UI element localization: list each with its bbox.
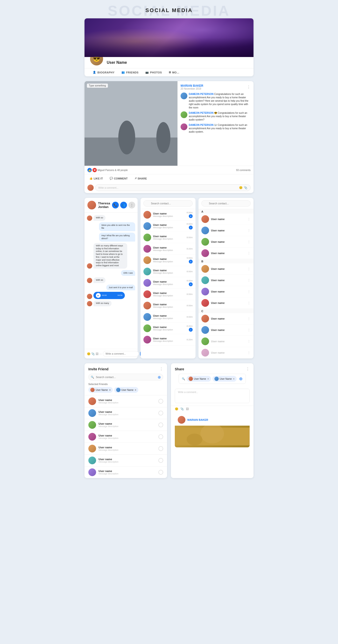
contact-options-a2[interactable]: ⋮ xyxy=(247,228,251,232)
search-input-2[interactable] xyxy=(201,200,251,206)
invite-search-bar: 🔍 ⊕ xyxy=(84,374,167,383)
invite-check-7[interactable] xyxy=(158,470,163,475)
share-attachment-icon[interactable]: 📎 xyxy=(180,407,184,411)
contact-options-a1[interactable]: ⋮ xyxy=(247,217,251,221)
contact-item-3[interactable]: User nameMessage description 8:00m xyxy=(140,232,196,243)
contact-item-5[interactable]: User nameMessage description 9:00m5 xyxy=(140,254,196,266)
profile-banner xyxy=(84,18,254,57)
invite-check-5[interactable] xyxy=(158,446,163,451)
comment-button[interactable]: 💬 COMMENT xyxy=(108,176,130,181)
more-options-button[interactable]: ⋮ xyxy=(128,202,135,208)
share-tag-close-2[interactable]: ✕ xyxy=(233,378,235,380)
invite-contact-7[interactable]: User nameMessage description xyxy=(84,466,167,478)
invite-contact-3[interactable]: User nameMessage description xyxy=(84,419,167,431)
invite-contact-2[interactable]: User nameMessage description xyxy=(84,407,167,419)
attachment-input-icon[interactable]: 📎 xyxy=(91,352,95,356)
alpha-contact-c1[interactable]: User name ⋮ xyxy=(198,313,254,324)
nav-photos[interactable]: 📷 PHOTOS xyxy=(142,68,165,76)
contact-item-9[interactable]: User nameMessage description 8:00m xyxy=(140,300,196,311)
post-image-side: Type something xyxy=(84,81,177,166)
alpha-contact-b4[interactable]: User name ⋮ xyxy=(198,297,254,309)
invite-modal-options[interactable]: ⋮ xyxy=(159,367,163,371)
svg-rect-6 xyxy=(98,138,164,160)
contact-options-c1[interactable]: ⋮ xyxy=(247,317,251,320)
invite-check-4[interactable] xyxy=(158,434,163,439)
emoji-icon[interactable]: 🙂 xyxy=(239,186,243,190)
invite-check-2[interactable] xyxy=(158,411,163,416)
alpha-contact-a3[interactable]: User name ⋮ xyxy=(198,236,254,248)
alpha-contact-b2[interactable]: User name ⋮ xyxy=(198,275,254,286)
contact-options-a3[interactable]: ⋮ xyxy=(247,240,251,244)
alpha-contact-a1[interactable]: User name ⋮ xyxy=(198,214,254,225)
contact-item-7[interactable]: User nameMessage description 8:00m9 xyxy=(140,277,196,289)
share-tag-close-1[interactable]: ✕ xyxy=(207,378,209,380)
invite-contact-1[interactable]: User nameMessage description xyxy=(84,395,167,407)
alpha-contact-a2[interactable]: User name ⋮ xyxy=(198,225,254,236)
chat-input-field[interactable] xyxy=(103,351,139,356)
nav-biography[interactable]: 👤 BIOGRAPHY xyxy=(89,68,118,76)
post-options-btn[interactable]: ⋮ xyxy=(247,85,251,90)
share-comment-area[interactable]: Write a comment... xyxy=(175,389,250,403)
contact-item-4[interactable]: User nameMessage description 8:20m xyxy=(140,243,196,254)
tag-avatar-1 xyxy=(90,388,95,392)
play-button[interactable]: ▶ xyxy=(96,293,101,298)
like-button[interactable]: 👍 LIKE IT xyxy=(87,176,105,181)
add-contact-button[interactable]: 👥 xyxy=(120,202,127,208)
comment-avatar-2 xyxy=(181,111,187,118)
attachment-icon[interactable]: 📎 xyxy=(244,186,248,190)
invite-contact-4[interactable]: User nameMessage description xyxy=(84,431,167,442)
contact-item-10[interactable]: User nameMessage description 8:00m xyxy=(140,311,196,323)
more-input-icon[interactable]: ··· xyxy=(99,352,102,356)
contact-options-b2[interactable]: ⋮ xyxy=(247,278,251,282)
shared-post-image xyxy=(175,426,250,447)
nav-more[interactable]: ⊞ MO... xyxy=(165,68,183,76)
comment-input-box[interactable]: Write a comment... 🙂 📎 xyxy=(95,184,251,191)
chat-card: Theresa Jordan 📞 👥 ⋮ With so Were you ab… xyxy=(84,198,138,358)
contact-options-b1[interactable]: ⋮ xyxy=(247,267,251,271)
contact-avatar-2 xyxy=(143,222,151,230)
chat-messages: With so Were you able to sent me the fil… xyxy=(84,212,138,349)
share-modal-options[interactable]: ⋮ xyxy=(246,367,250,371)
alpha-contact-a4[interactable]: User name ⋮ xyxy=(198,248,254,259)
alpha-contact-c2[interactable]: User name ⋮ xyxy=(198,324,254,336)
alpha-contact-b3[interactable]: User name ⋮ xyxy=(198,286,254,297)
tag-close-1[interactable]: ✕ xyxy=(109,389,111,391)
invite-check-1[interactable] xyxy=(158,399,163,404)
contact-item-11[interactable]: User nameMessage description 8:20m2 xyxy=(140,323,196,334)
invite-check-3[interactable] xyxy=(158,422,163,427)
alpha-contact-c3[interactable]: User name ⋮ xyxy=(198,336,254,347)
share-button[interactable]: ↗ SHARE xyxy=(133,176,149,181)
alpha-contact-b1[interactable]: User name ⋮ xyxy=(198,263,254,275)
tag-close-2[interactable]: ✕ xyxy=(134,389,136,391)
share-add-btn[interactable]: ⊕ xyxy=(239,376,243,382)
contact-avatar-7 xyxy=(143,279,151,287)
emoji-input-icon[interactable]: 🙂 xyxy=(87,352,90,356)
comment-avatar-1 xyxy=(181,92,187,99)
contact-item-8[interactable]: User nameMessage description 8:00m xyxy=(140,289,196,300)
call-button[interactable]: 📞 xyxy=(112,202,119,208)
share-emoji-icon[interactable]: 🙂 xyxy=(175,407,178,411)
contact-options-b4[interactable]: ⋮ xyxy=(247,301,251,305)
search-input-1[interactable] xyxy=(143,200,193,206)
comment-action-icon: 💬 xyxy=(110,177,113,180)
contact-item-12[interactable]: User nameMessage description 8:20m xyxy=(140,334,196,346)
image-input-icon[interactable]: 🖼 xyxy=(96,352,98,356)
invite-contact-5[interactable]: User nameMessage description xyxy=(84,442,167,454)
contact-options-c3[interactable]: ⋮ xyxy=(247,340,251,343)
share-tag-1: User Name ✕ xyxy=(187,376,211,382)
share-image-icon[interactable]: 🖼 xyxy=(186,407,189,411)
alpha-contact-c4[interactable]: User name ⋮ xyxy=(198,347,254,358)
invite-search-input[interactable] xyxy=(88,374,163,380)
invite-check-6[interactable] xyxy=(158,458,163,463)
invite-contact-6[interactable]: User nameMessage description xyxy=(84,454,167,466)
nav-friends[interactable]: 👥 FRIENDS xyxy=(118,68,142,76)
contact-item-1[interactable]: User nameMessage description 8:00m8 xyxy=(140,209,196,220)
contact-options-c2[interactable]: ⋮ xyxy=(247,328,251,332)
add-contact-icon[interactable]: ⊕ xyxy=(158,375,161,380)
contact-item-2[interactable]: User nameMessage description 8:00m2 xyxy=(140,220,196,232)
contact-options-a4[interactable]: ⋮ xyxy=(247,251,251,255)
contact-options-c4[interactable]: ⋮ xyxy=(247,351,251,354)
contact-options-b3[interactable]: ⋮ xyxy=(247,290,251,294)
alpha-avatar-b1 xyxy=(201,265,209,273)
contact-item-6[interactable]: User nameMessage description 8:00m xyxy=(140,266,196,277)
